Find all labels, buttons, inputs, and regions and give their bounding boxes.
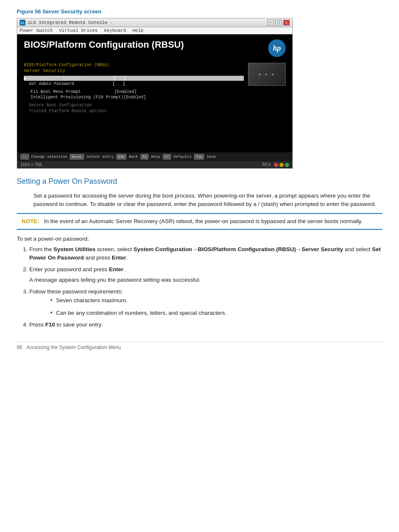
step-4: Press F10 to save your entry.	[29, 321, 382, 329]
set-admin-label: Set Admin Password	[29, 82, 113, 86]
bios-body: BIOS/Platform Configuration (RBSU) Serve…	[17, 60, 292, 152]
help-label: Help	[151, 155, 160, 159]
section-heading: Setting a Power On Password	[17, 177, 382, 188]
set-admin-value: [ ]	[113, 82, 125, 86]
f11-boot-label: F11 Boot Menu Prompt	[31, 90, 114, 94]
bios-menu-intelligent[interactable]: Intelligent Provisioning (F10 Prompt) [E…	[24, 95, 286, 100]
back-label: Back	[129, 155, 138, 159]
window-menubar: Power Switch Virtual Drives Keyboard Hel…	[17, 27, 292, 34]
window-title-text: iLO Integrated Remote Console -	[28, 20, 113, 25]
requirements-list: Seven characters maximum. Can be any com…	[50, 296, 382, 317]
page-footer-text: Accessing the System Configuration Menu	[26, 344, 121, 350]
intro-paragraph: Set a password for accessing the server …	[33, 192, 382, 209]
step2-subtext: A message appears telling you the passwo…	[29, 276, 382, 284]
step1-bold1: System Utilities	[54, 246, 96, 252]
defaults-label: Defaults	[174, 155, 192, 159]
bios-secure-boot: Secure Boot Configuration	[24, 103, 286, 108]
dot-red	[274, 163, 278, 167]
steps-list: From the System Utilities screen, select…	[29, 245, 382, 329]
menu-power-switch[interactable]: Power Switch	[20, 28, 53, 33]
key-f10: F10	[194, 154, 204, 159]
step1-bold4: Enter	[112, 254, 126, 261]
menu-keyboard[interactable]: Keyboard	[104, 28, 126, 33]
bios-title: BIOS/Platform Configuration (RBSU)	[24, 39, 184, 50]
req-1: Seven characters maximum.	[50, 296, 382, 305]
note-text: In the event of an Automatic Server Reco…	[41, 218, 363, 224]
minimize-button[interactable]: —	[267, 20, 274, 26]
dot-yellow	[279, 163, 284, 167]
req-2: Can be any combination of numbers, lette…	[50, 308, 382, 318]
dot-green	[285, 163, 289, 167]
screenshot-window: iL iLO Integrated Remote Console - — □ ✕…	[17, 18, 293, 169]
key-f7: F7	[163, 154, 171, 159]
key-enter: Enter	[70, 154, 84, 159]
window-title-left: iL iLO Integrated Remote Console -	[20, 20, 113, 26]
footer-dots	[274, 163, 289, 167]
page-number: 66	[17, 344, 22, 350]
set-power-on-value: [ ]	[113, 76, 126, 80]
no-arrow2	[24, 95, 29, 100]
step2-bold: Enter	[109, 266, 124, 272]
save-label: Save	[207, 155, 216, 159]
page-footer: 66 Accessing the System Configuration Me…	[17, 342, 382, 350]
figure-caption: Figure 56 Server Security screen	[17, 8, 382, 15]
bios-section-title: Server Security	[24, 68, 286, 73]
window-footer: 1024 × 768 RC4	[17, 161, 292, 168]
step4-bold: F10	[45, 321, 55, 328]
footer-right: RC4	[262, 162, 289, 167]
step1-bold2: System Configuration→BIOS/Platform Confi…	[133, 246, 343, 252]
menu-virtual-drives[interactable]: Virtual Drives	[59, 28, 97, 33]
close-button[interactable]: ✕	[283, 20, 290, 26]
bios-header: BIOS/Platform Configuration (RBSU) hp	[17, 34, 292, 60]
note-label: NOTE:	[22, 218, 39, 224]
step-3: Follow these password requirements: Seve…	[29, 288, 382, 317]
key-f1: F1	[141, 154, 149, 159]
step-1: From the System Utilities screen, select…	[29, 245, 382, 262]
bios-menu-set-power-on[interactable]: ▶ Set Power On Password [ ]	[24, 76, 244, 81]
set-power-on-label: Set Power On Password	[30, 76, 113, 80]
rc4-label: RC4	[262, 162, 271, 167]
menu-help[interactable]: Help	[132, 28, 143, 33]
bios-menu-set-admin[interactable]: Set Admin Password [ ]	[24, 82, 244, 86]
intelligent-label: Intelligent Provisioning (F10 Prompt)	[31, 95, 123, 100]
bios-tpm: Trusted Platform Module options	[24, 109, 286, 113]
window-titlebar: iL iLO Integrated Remote Console - — □ ✕	[17, 18, 292, 27]
key-esc: ESC	[116, 154, 126, 159]
maximize-button[interactable]: □	[275, 20, 282, 26]
bios-screen: BIOS/Platform Configuration (RBSU) hp BI…	[17, 34, 292, 161]
note-box: NOTE: In the event of an Automatic Serve…	[17, 213, 382, 230]
no-arrow	[24, 90, 29, 94]
window-controls[interactable]: — □ ✕	[267, 20, 290, 26]
ilo-icon: iL	[20, 20, 26, 26]
intelligent-value: [Enabled]	[123, 95, 146, 100]
resolution-label: 1024 × 768	[20, 162, 41, 167]
change-selection-label: Change selection	[31, 155, 67, 159]
server-image	[248, 63, 286, 86]
step-2: Enter your password and press Enter. A m…	[29, 265, 382, 284]
bios-breadcrumb: BIOS/Platform Configuration (RBSU)	[24, 63, 286, 67]
hp-logo: hp	[268, 39, 286, 57]
arrow-icon: ▶	[24, 76, 28, 81]
select-entry-label: Select entry	[87, 155, 114, 159]
f11-boot-value: [Enabled]	[114, 90, 137, 94]
steps-intro: To set a power-on password:	[17, 236, 382, 242]
bios-statusbar: ↑↓ Change selection Enter Select entry E…	[17, 152, 292, 161]
key-updown: ↑↓	[20, 154, 29, 159]
bios-menu-f11-boot[interactable]: F11 Boot Menu Prompt [Enabled]	[24, 90, 286, 94]
